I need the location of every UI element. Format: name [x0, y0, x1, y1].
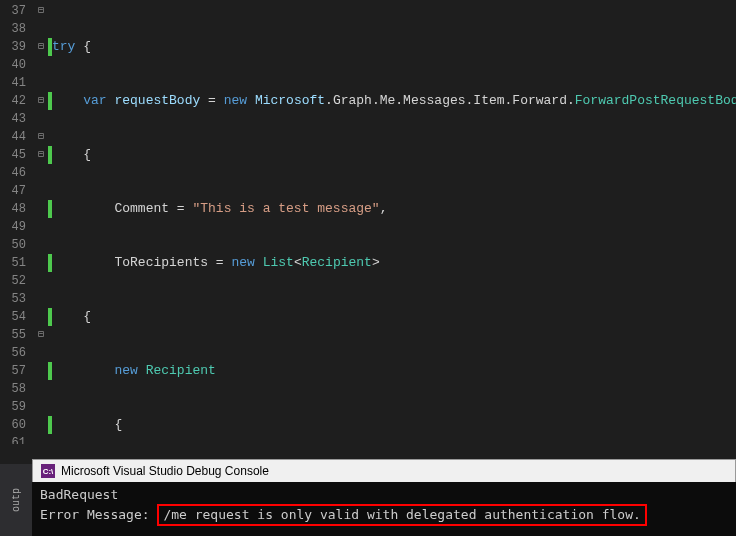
console-line: Error Message: /me request is only valid… — [40, 504, 728, 526]
vs-icon: C:\ — [41, 464, 55, 478]
console-line: BadRequest — [40, 486, 728, 504]
console-title-bar[interactable]: C:\ Microsoft Visual Studio Debug Consol… — [32, 459, 736, 482]
side-tab-output[interactable]: outp — [0, 464, 32, 536]
debug-console: C:\ Microsoft Visual Studio Debug Consol… — [0, 459, 736, 536]
console-title-text: Microsoft Visual Studio Debug Console — [61, 464, 269, 478]
code-area[interactable]: try { var requestBody = new Microsoft.Gr… — [48, 0, 736, 444]
console-output[interactable]: BadRequest Error Message: /me request is… — [32, 482, 736, 536]
code-editor[interactable]: 37383940 41424344 45464748 49505152 5354… — [0, 0, 736, 444]
fold-column[interactable]: ⊟⊟ ⊟⊟ ⊟ ⊟ — [34, 0, 48, 444]
error-highlight: /me request is only valid with delegated… — [157, 504, 646, 526]
line-number-gutter: 37383940 41424344 45464748 49505152 5354… — [0, 0, 34, 444]
